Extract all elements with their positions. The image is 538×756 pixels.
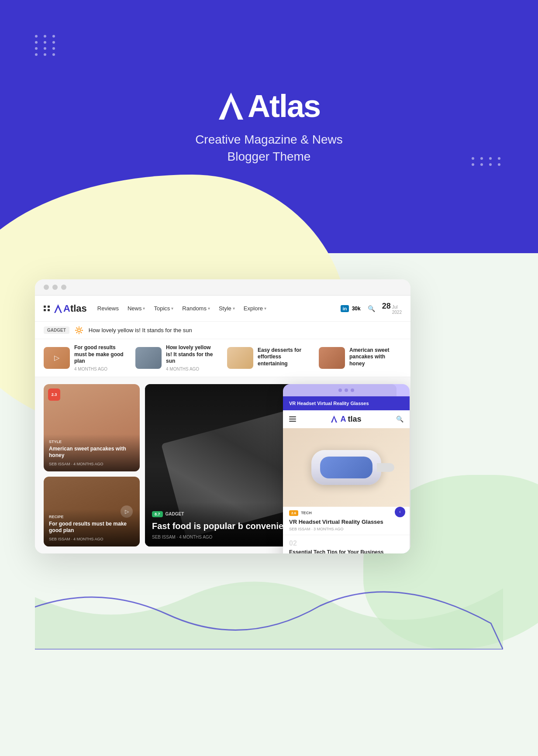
- article-info-2: How lovely yellow is! It stands for the …: [166, 344, 218, 371]
- mobile-dot-2: [345, 388, 348, 392]
- mobile-list-title: Essential Tech Tips for Your Business: [289, 549, 404, 553]
- mobile-nav-arrow[interactable]: ‹: [395, 507, 405, 517]
- browser-chrome: [35, 279, 410, 296]
- bottom-wave: [35, 562, 503, 649]
- mobile-card-info: 2.6 TECH VR Headset Virtual Reality Glas…: [283, 507, 410, 535]
- card-style-girl: 2.3 STYLE American sweet pancakes with h…: [44, 384, 140, 471]
- card-overlay-1: STYLE American sweet pancakes with honey…: [44, 434, 140, 471]
- nav-link-topics[interactable]: Topics ▾: [154, 305, 173, 312]
- main-grid: 2.3 STYLE American sweet pancakes with h…: [35, 377, 410, 553]
- mobile-chrome: [283, 384, 410, 396]
- grid-icon: [44, 306, 50, 311]
- card-recipe-burger: ▷ RECIPE For good results must be make g…: [44, 477, 140, 546]
- rating-badge-1: 2.3: [48, 388, 60, 401]
- nav-links: Reviews News ▾ Topics ▾ Randoms ▾ Style: [97, 305, 266, 312]
- article-thumb-4: American sweet pancakes with honey: [319, 344, 402, 371]
- article-info-4: American sweet pancakes with honey: [349, 347, 402, 369]
- vr-strap: [377, 463, 394, 472]
- nav-logo-text: Atlas: [54, 303, 87, 314]
- mobile-card-title: VR Headset Virtual Reality Glasses: [289, 519, 404, 525]
- decorative-dots-left: [35, 35, 58, 56]
- mobile-logo: Atlas: [331, 415, 361, 424]
- article-info-1: For good results must be make good plan …: [74, 344, 127, 371]
- center-column: 8.7 GADGET Fast food is popular b conven…: [145, 384, 397, 546]
- mobile-list-item: 02 Essential Tech Tips for Your Business…: [283, 535, 410, 553]
- vr-headset: [311, 450, 381, 485]
- date-day: 28: [382, 302, 391, 311]
- mobile-overlay-card: VR Headset Virtual Reality Glasses: [283, 384, 410, 553]
- breaking-bar: GADGET 🔆 How lovely yellow is! It stands…: [35, 322, 410, 339]
- mobile-rating: 2.6: [289, 510, 298, 516]
- article-info-3: Easy desserts for effortless entertainin…: [258, 347, 310, 369]
- center-rating: 8.7 GADGET: [152, 511, 184, 517]
- date-month-year: Jul 2022: [392, 305, 402, 315]
- gadget-badge: GADGET: [44, 326, 69, 334]
- nav-link-news[interactable]: News ▾: [128, 305, 145, 312]
- browser-dot-maximize: [61, 285, 66, 290]
- mobile-dot-1: [338, 388, 342, 392]
- card-overlay-2: RECIPE For good results must be make goo…: [44, 509, 140, 546]
- site-nav-logo: Atlas: [44, 303, 87, 314]
- thumb-img-food: [44, 347, 70, 369]
- search-icon[interactable]: 🔍: [368, 305, 375, 312]
- mobile-cat-badge: 2.6 TECH: [289, 510, 404, 516]
- hamburger-icon[interactable]: [289, 416, 296, 422]
- breaking-text: How lovely yellow is! It stands for the …: [89, 327, 192, 333]
- article-thumb-2: How lovely yellow is! It stands for the …: [135, 344, 218, 371]
- browser-dot-close: [44, 285, 49, 290]
- nav-link-explore[interactable]: Explore ▾: [244, 305, 266, 312]
- mobile-search-icon[interactable]: 🔍: [396, 416, 404, 423]
- mobile-header-title: VR Headset Virtual Reality Glasses: [289, 401, 369, 406]
- hero-tagline: Creative Magazine & News Blogger Theme: [195, 131, 343, 165]
- article-thumb-3: Easy desserts for effortless entertainin…: [227, 344, 310, 371]
- nav-right: in 30k 🔍 28 Jul 2022: [341, 302, 402, 315]
- mobile-header-bar: VR Headset Virtual Reality Glasses: [283, 396, 410, 410]
- mobile-card-meta: SEB ISSAM · 3 MONTHS AGO: [289, 527, 404, 531]
- decorative-dots-right: [472, 157, 503, 166]
- hero-logo-text: Atlas: [248, 88, 320, 124]
- mobile-featured-image: [283, 428, 410, 507]
- vr-visual: [283, 428, 410, 507]
- thumb-img-dessert: [227, 347, 253, 369]
- play-button-1[interactable]: [44, 347, 70, 369]
- card-category-1: STYLE: [49, 440, 134, 444]
- thumb-img-girl: [319, 347, 345, 369]
- mobile-cat-text: TECH: [301, 511, 312, 515]
- hero-logo: Atlas: [218, 88, 320, 124]
- nav-link-style[interactable]: Style ▾: [219, 305, 235, 312]
- card-meta-1: SEB ISSAM · 4 MONTHS AGO: [49, 462, 134, 466]
- mobile-dot-3: [351, 388, 354, 392]
- nav-link-reviews[interactable]: Reviews: [97, 305, 119, 312]
- article-strip: For good results must be make good plan …: [35, 339, 410, 377]
- card-category-2: RECIPE: [49, 515, 134, 519]
- card-title-1: American sweet pancakes with honey: [49, 446, 134, 459]
- card-title-2: For good results must be make good plan: [49, 521, 134, 534]
- browser-dot-minimize: [52, 285, 58, 290]
- mobile-list-number: 02: [289, 540, 404, 547]
- mobile-nav-bar: Atlas 🔍: [283, 410, 410, 428]
- thumb-img-hands: [135, 347, 162, 369]
- browser-mockup: Atlas Reviews News ▾ Topics ▾ Randoms: [35, 279, 410, 553]
- left-column: 2.3 STYLE American sweet pancakes with h…: [44, 384, 140, 546]
- site-nav: Atlas Reviews News ▾ Topics ▾ Randoms: [35, 296, 410, 322]
- article-thumb-1: For good results must be make good plan …: [44, 344, 127, 371]
- card-meta-2: SEB ISSAM · 4 MONTHS AGO: [49, 537, 134, 541]
- nav-link-randoms[interactable]: Randoms ▾: [182, 305, 210, 312]
- linkedin-badge: in 30k: [341, 306, 361, 312]
